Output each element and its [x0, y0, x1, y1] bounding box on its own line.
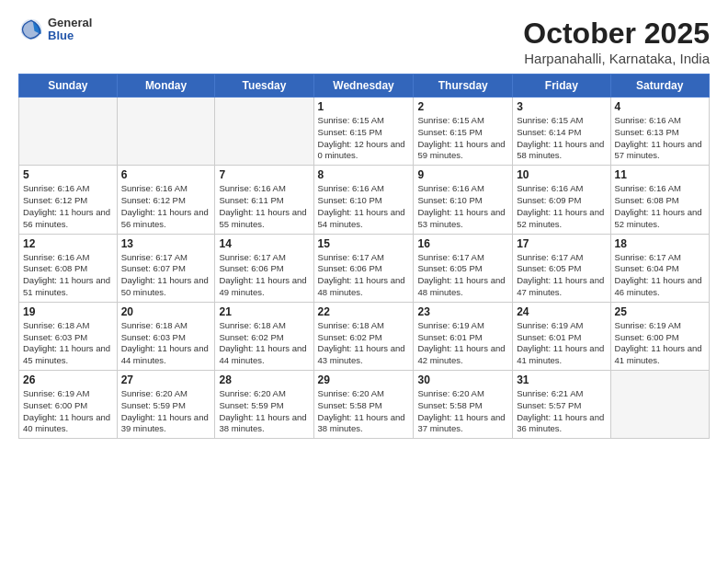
calendar-table: SundayMondayTuesdayWednesdayThursdayFrid…	[18, 74, 710, 439]
calendar-day-cell	[610, 371, 709, 439]
day-number: 30	[417, 373, 508, 386]
calendar-day-cell: 12Sunrise: 6:16 AM Sunset: 6:08 PM Dayli…	[19, 234, 118, 302]
calendar-week-row: 1Sunrise: 6:15 AM Sunset: 6:15 PM Daylig…	[19, 98, 710, 166]
weekday-header: Wednesday	[313, 75, 414, 98]
day-number: 25	[615, 305, 705, 318]
calendar-week-row: 26Sunrise: 6:19 AM Sunset: 6:00 PM Dayli…	[19, 371, 710, 439]
day-info: Sunrise: 6:17 AM Sunset: 6:07 PM Dayligh…	[121, 252, 211, 299]
day-number: 27	[121, 373, 211, 386]
day-number: 5	[23, 168, 113, 181]
calendar-day-cell: 1Sunrise: 6:15 AM Sunset: 6:15 PM Daylig…	[313, 98, 414, 166]
day-number: 11	[615, 168, 705, 181]
calendar-day-cell: 21Sunrise: 6:18 AM Sunset: 6:02 PM Dayli…	[215, 302, 313, 370]
calendar-day-cell: 20Sunrise: 6:18 AM Sunset: 6:03 PM Dayli…	[117, 302, 215, 370]
day-info: Sunrise: 6:18 AM Sunset: 6:03 PM Dayligh…	[121, 320, 211, 367]
day-number: 21	[219, 305, 309, 318]
day-info: Sunrise: 6:16 AM Sunset: 6:09 PM Dayligh…	[517, 183, 606, 230]
day-info: Sunrise: 6:16 AM Sunset: 6:12 PM Dayligh…	[121, 183, 211, 230]
day-info: Sunrise: 6:17 AM Sunset: 6:06 PM Dayligh…	[219, 252, 309, 299]
day-info: Sunrise: 6:16 AM Sunset: 6:13 PM Dayligh…	[615, 115, 705, 162]
day-info: Sunrise: 6:18 AM Sunset: 6:03 PM Dayligh…	[23, 320, 113, 367]
day-info: Sunrise: 6:17 AM Sunset: 6:06 PM Dayligh…	[318, 252, 410, 299]
calendar-day-cell	[215, 98, 313, 166]
day-info: Sunrise: 6:16 AM Sunset: 6:10 PM Dayligh…	[417, 183, 508, 230]
calendar-day-cell	[19, 98, 118, 166]
calendar-day-cell: 31Sunrise: 6:21 AM Sunset: 5:57 PM Dayli…	[513, 371, 610, 439]
calendar-day-cell: 14Sunrise: 6:17 AM Sunset: 6:06 PM Dayli…	[215, 234, 313, 302]
day-number: 18	[615, 237, 705, 250]
calendar-header-row: SundayMondayTuesdayWednesdayThursdayFrid…	[19, 75, 710, 98]
calendar-day-cell: 27Sunrise: 6:20 AM Sunset: 5:59 PM Dayli…	[117, 371, 215, 439]
day-number: 31	[517, 373, 606, 386]
day-info: Sunrise: 6:16 AM Sunset: 6:10 PM Dayligh…	[318, 183, 410, 230]
calendar-day-cell: 26Sunrise: 6:19 AM Sunset: 6:00 PM Dayli…	[19, 371, 118, 439]
day-number: 8	[318, 168, 410, 181]
day-number: 24	[517, 305, 606, 318]
calendar-day-cell: 19Sunrise: 6:18 AM Sunset: 6:03 PM Dayli…	[19, 302, 118, 370]
calendar-day-cell: 22Sunrise: 6:18 AM Sunset: 6:02 PM Dayli…	[313, 302, 414, 370]
day-info: Sunrise: 6:19 AM Sunset: 6:00 PM Dayligh…	[615, 320, 705, 367]
day-info: Sunrise: 6:16 AM Sunset: 6:08 PM Dayligh…	[615, 183, 705, 230]
day-number: 14	[219, 237, 309, 250]
calendar-day-cell: 2Sunrise: 6:15 AM Sunset: 6:15 PM Daylig…	[414, 98, 513, 166]
day-number: 2	[417, 100, 508, 113]
calendar-day-cell: 16Sunrise: 6:17 AM Sunset: 6:05 PM Dayli…	[414, 234, 513, 302]
day-number: 7	[219, 168, 309, 181]
day-number: 22	[318, 305, 410, 318]
day-number: 1	[318, 100, 410, 113]
day-info: Sunrise: 6:20 AM Sunset: 5:58 PM Dayligh…	[417, 388, 508, 435]
day-info: Sunrise: 6:18 AM Sunset: 6:02 PM Dayligh…	[318, 320, 410, 367]
day-number: 17	[517, 237, 606, 250]
day-info: Sunrise: 6:17 AM Sunset: 6:04 PM Dayligh…	[615, 252, 705, 299]
weekday-header: Thursday	[414, 75, 513, 98]
day-number: 6	[121, 168, 211, 181]
calendar-day-cell: 5Sunrise: 6:16 AM Sunset: 6:12 PM Daylig…	[19, 166, 118, 234]
logo-general-text: General	[48, 17, 92, 29]
calendar-day-cell: 29Sunrise: 6:20 AM Sunset: 5:58 PM Dayli…	[313, 371, 414, 439]
day-number: 28	[219, 373, 309, 386]
calendar-day-cell: 23Sunrise: 6:19 AM Sunset: 6:01 PM Dayli…	[414, 302, 513, 370]
calendar-week-row: 5Sunrise: 6:16 AM Sunset: 6:12 PM Daylig…	[19, 166, 710, 234]
calendar-week-row: 12Sunrise: 6:16 AM Sunset: 6:08 PM Dayli…	[19, 234, 710, 302]
day-number: 15	[318, 237, 410, 250]
calendar-day-cell: 10Sunrise: 6:16 AM Sunset: 6:09 PM Dayli…	[513, 166, 610, 234]
calendar-day-cell: 17Sunrise: 6:17 AM Sunset: 6:05 PM Dayli…	[513, 234, 610, 302]
calendar-day-cell: 24Sunrise: 6:19 AM Sunset: 6:01 PM Dayli…	[513, 302, 610, 370]
day-info: Sunrise: 6:17 AM Sunset: 6:05 PM Dayligh…	[517, 252, 606, 299]
day-number: 26	[23, 373, 113, 386]
day-info: Sunrise: 6:15 AM Sunset: 6:15 PM Dayligh…	[318, 115, 410, 162]
day-number: 10	[517, 168, 606, 181]
day-info: Sunrise: 6:16 AM Sunset: 6:08 PM Dayligh…	[23, 252, 113, 299]
day-info: Sunrise: 6:18 AM Sunset: 6:02 PM Dayligh…	[219, 320, 309, 367]
calendar-day-cell: 18Sunrise: 6:17 AM Sunset: 6:04 PM Dayli…	[610, 234, 709, 302]
calendar-day-cell: 4Sunrise: 6:16 AM Sunset: 6:13 PM Daylig…	[610, 98, 709, 166]
logo-icon	[18, 17, 44, 42]
day-info: Sunrise: 6:16 AM Sunset: 6:11 PM Dayligh…	[219, 183, 309, 230]
page-subtitle: Harpanahalli, Karnataka, India	[523, 51, 710, 66]
day-info: Sunrise: 6:17 AM Sunset: 6:05 PM Dayligh…	[417, 252, 508, 299]
day-number: 4	[615, 100, 705, 113]
calendar-day-cell: 3Sunrise: 6:15 AM Sunset: 6:14 PM Daylig…	[513, 98, 610, 166]
calendar-day-cell: 6Sunrise: 6:16 AM Sunset: 6:12 PM Daylig…	[117, 166, 215, 234]
day-info: Sunrise: 6:16 AM Sunset: 6:12 PM Dayligh…	[23, 183, 113, 230]
day-number: 20	[121, 305, 211, 318]
calendar-day-cell: 25Sunrise: 6:19 AM Sunset: 6:00 PM Dayli…	[610, 302, 709, 370]
weekday-header: Monday	[117, 75, 215, 98]
calendar-week-row: 19Sunrise: 6:18 AM Sunset: 6:03 PM Dayli…	[19, 302, 710, 370]
day-number: 13	[121, 237, 211, 250]
calendar-day-cell: 7Sunrise: 6:16 AM Sunset: 6:11 PM Daylig…	[215, 166, 313, 234]
calendar-day-cell: 30Sunrise: 6:20 AM Sunset: 5:58 PM Dayli…	[414, 371, 513, 439]
day-info: Sunrise: 6:15 AM Sunset: 6:15 PM Dayligh…	[417, 115, 508, 162]
logo: General Blue	[18, 17, 92, 43]
calendar-day-cell	[117, 98, 215, 166]
calendar-day-cell: 28Sunrise: 6:20 AM Sunset: 5:59 PM Dayli…	[215, 371, 313, 439]
day-info: Sunrise: 6:21 AM Sunset: 5:57 PM Dayligh…	[517, 388, 606, 435]
day-number: 19	[23, 305, 113, 318]
title-block: October 2025 Harpanahalli, Karnataka, In…	[523, 17, 710, 66]
weekday-header: Sunday	[19, 75, 118, 98]
weekday-header: Saturday	[610, 75, 709, 98]
page-title: October 2025	[523, 17, 710, 51]
calendar-day-cell: 11Sunrise: 6:16 AM Sunset: 6:08 PM Dayli…	[610, 166, 709, 234]
day-number: 23	[417, 305, 508, 318]
day-info: Sunrise: 6:20 AM Sunset: 5:58 PM Dayligh…	[318, 388, 410, 435]
